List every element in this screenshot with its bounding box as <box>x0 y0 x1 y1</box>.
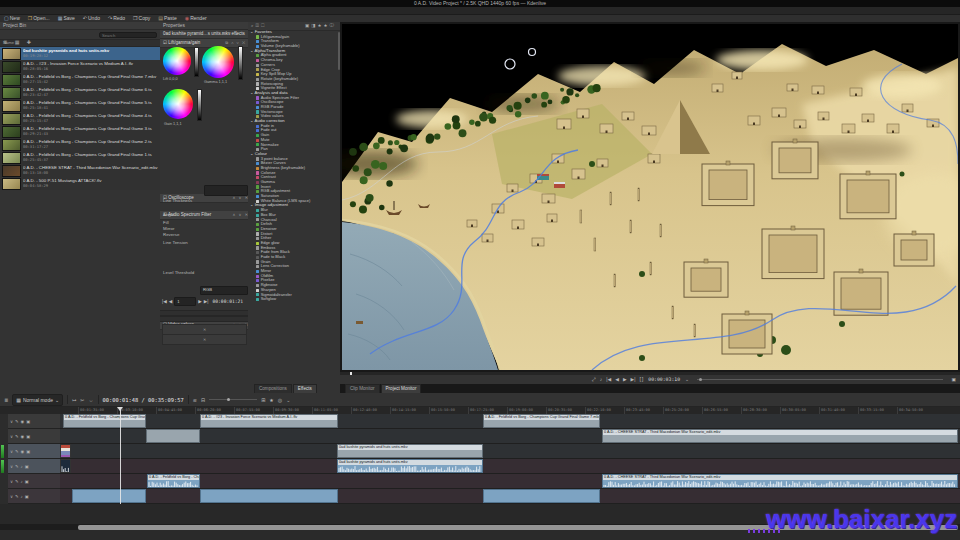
param-mirror[interactable]: Mirror <box>163 226 174 231</box>
tab-clip-monitor[interactable]: Clip Monitor <box>345 384 380 393</box>
mute-icon[interactable]: ♪ <box>21 479 23 484</box>
timeline-clip[interactable]: 0 A.D. - CHEESE STRAT - Third Macedonian… <box>602 429 958 443</box>
frame-fwd-icon[interactable]: ▶ <box>198 299 202 304</box>
timeline-zoom-slider[interactable] <box>209 399 257 400</box>
monitor-play-icon[interactable]: ▶ <box>623 377 627 382</box>
playhead-line[interactable] <box>120 407 121 504</box>
gamma-color-wheel[interactable] <box>202 46 234 78</box>
spacer-icon[interactable]: ⇔ <box>89 397 94 403</box>
timeline-clip[interactable] <box>72 489 146 503</box>
toolbar-paste-button[interactable]: ▤Paste <box>154 15 181 22</box>
lock-icon[interactable]: ▣ <box>25 464 29 469</box>
bin-clip-row-10[interactable]: 0 A.D. - 500 P-51 Mustangs ATTACK!.flv00… <box>0 177 160 190</box>
edit-track-icon[interactable]: ✎ <box>15 434 19 439</box>
edit-mode-dropdown[interactable]: ▦ Normal mode ⌄ <box>12 394 63 406</box>
toolbar-copy-button[interactable]: ❐Copy <box>129 15 154 22</box>
playhead-position[interactable]: 00:00:01:48 <box>103 397 139 403</box>
gamma-slider[interactable] <box>238 46 243 80</box>
param-line-thickness[interactable]: Line Thickness <box>163 198 192 203</box>
timeline-clip[interactable] <box>60 459 71 473</box>
chevron-down-icon[interactable]: ∨ <box>10 494 13 499</box>
skip-fwd-icon[interactable]: ▶| <box>204 299 209 304</box>
bin-add-icon[interactable]: ✚ <box>27 39 31 45</box>
bin-clip-row-5[interactable]: 0 A.D. - Feldfeld vs Borg - Champions Cu… <box>0 112 160 125</box>
timeline-clip[interactable] <box>60 444 71 458</box>
monitor-skip-fwd-icon[interactable]: ▶| <box>631 377 636 382</box>
timeline-clip[interactable]: 0 A.D. - Feldfeld vs Borg - Champions Cu… <box>483 414 600 428</box>
chevron-down-icon[interactable]: ∨ <box>10 449 13 454</box>
timeline-clip[interactable]: 0 A.D. - #23 - Invasion Force Scenario v… <box>200 414 338 428</box>
param-line-tension[interactable]: Line Tension <box>163 240 188 245</box>
tab-project-monitor[interactable]: Project Monitor <box>381 384 422 393</box>
mute-icon[interactable]: ♪ <box>21 464 23 469</box>
skip-back-icon[interactable]: |◀ <box>162 299 167 304</box>
playhead-marker[interactable] <box>117 407 123 414</box>
bin-view-icon[interactable]: ▦ <box>15 39 20 45</box>
lock-icon[interactable]: ▣ <box>26 419 30 424</box>
toolbar-open--button[interactable]: ❒Open... <box>24 15 54 22</box>
edit-track-icon[interactable]: ✎ <box>15 419 19 424</box>
track-header-1[interactable]: ∨✎◉▣ <box>8 429 60 444</box>
timeline-clip[interactable] <box>146 429 200 443</box>
bin-clip-row-1[interactable]: 0 A.D. - #23 - Invasion Force Scenario v… <box>0 60 160 73</box>
speed-combo[interactable]: 1 <box>174 297 196 306</box>
timeline-clip[interactable]: 0ad kushite pyramids and huts units.mkv <box>337 444 483 458</box>
timeline-clip[interactable]: 0 A.D. - CHEESE STRAT - Third Macedonian… <box>602 474 958 488</box>
edit-track-icon[interactable]: ✎ <box>15 494 19 499</box>
edit-track-icon[interactable]: ✎ <box>15 464 19 469</box>
lock-icon[interactable]: ▣ <box>26 449 30 454</box>
bin-clip-row-7[interactable]: 0 A.D. - Feldfeld vs Borg - Champions Cu… <box>0 138 160 151</box>
search-input[interactable]: Search <box>99 32 157 38</box>
hide-track-icon[interactable]: ◉ <box>21 434 25 439</box>
monitor-zoom-slider[interactable] <box>697 379 943 380</box>
monitor-gains-icon[interactable]: ▣ <box>951 377 956 382</box>
monitor-timecode[interactable]: 00:00:03:10 <box>648 377 680 382</box>
videovalues-mode-combo[interactable]: RGB <box>200 286 248 295</box>
bin-clip-row-6[interactable]: 0 A.D. - Feldfeld vs Borg - Champions Cu… <box>0 125 160 138</box>
lock-icon[interactable]: ▣ <box>25 479 29 484</box>
timeline-clip[interactable]: 0 A.D. - Feldfeld vs Borg - Champions Cu… <box>63 414 146 428</box>
toolbar-new-button[interactable]: ▢New <box>0 15 24 22</box>
toolbar-undo-button[interactable]: ↶Undo <box>79 15 104 22</box>
param-level-threshold[interactable]: Level Threshold <box>163 270 194 275</box>
lift-slider[interactable] <box>194 47 199 77</box>
monitor-fit-zoom-icon[interactable]: ⤢ <box>592 377 596 382</box>
track-header-3[interactable]: ∨✎♪▣ <box>8 459 60 474</box>
timeline-clip[interactable] <box>200 489 338 503</box>
toolbar-save-button[interactable]: ▦Save <box>54 15 79 22</box>
fx-info-icon[interactable]: ⓘ <box>330 23 337 28</box>
frame-back-icon[interactable]: ◀ <box>169 299 173 304</box>
bin-clip-row-4[interactable]: 0 A.D. - Feldfeld vs Borg - Champions Cu… <box>0 99 160 112</box>
timeline-menu-icon[interactable]: ≣ <box>4 397 8 403</box>
snap-icon[interactable]: ≋ <box>193 397 197 403</box>
hide-track-icon[interactable]: ◉ <box>21 449 25 454</box>
edit-track-icon[interactable]: ✎ <box>15 449 19 454</box>
mix-clips-icon[interactable]: ↦ <box>72 397 76 403</box>
preview-render-icon[interactable]: ◎ <box>278 397 282 403</box>
stack-toolbar-icons[interactable]: ⊟ ✎ ▲ ✕ <box>222 30 246 38</box>
filter-combo[interactable] <box>204 185 248 196</box>
zoom-out-icon[interactable]: ⊟ <box>201 397 205 403</box>
bin-clip-row-3[interactable]: 0 A.D. - Feldfeld vs Borg - Champions Cu… <box>0 86 160 99</box>
hide-track-icon[interactable]: ◉ <box>21 419 25 424</box>
keyframe-row[interactable]: ✕ <box>162 334 247 345</box>
edit-track-icon[interactable]: ✎ <box>15 479 19 484</box>
fx-tree-view-icon[interactable]: ▤ <box>261 23 266 28</box>
lock-icon[interactable]: ▣ <box>25 494 29 499</box>
bin-clip-row-0[interactable]: 0ad kushite pyramids and huts units.mkv0… <box>0 47 160 60</box>
chevron-down-icon[interactable]: ∨ <box>10 434 13 439</box>
track-header-0[interactable]: ∨✎◉▣ <box>8 414 60 429</box>
timeline-clip[interactable] <box>483 489 600 503</box>
zoom-in-icon[interactable]: ⊞ <box>261 397 265 403</box>
lock-icon[interactable]: ▣ <box>26 434 30 439</box>
track-header-2[interactable]: ∨✎◉▣ <box>8 444 60 459</box>
favorite-effects-icon[interactable]: ★ <box>269 397 273 403</box>
gain-color-wheel[interactable] <box>163 89 193 119</box>
param-fill[interactable]: Fill <box>163 220 169 225</box>
toolbar-render-button[interactable]: ◉Render <box>181 15 211 22</box>
lift-color-wheel[interactable] <box>163 47 191 75</box>
bin-clip-row-9[interactable]: 0 A.D. - CHEESE STRAT - Third Macedonian… <box>0 164 160 177</box>
monitor-frame-back-icon[interactable]: ◀ <box>615 377 619 382</box>
gain-slider[interactable] <box>197 89 202 121</box>
timeline-clip[interactable]: 0 A.D. - Feldfeld vs Borg - Champions Cu… <box>147 474 200 488</box>
